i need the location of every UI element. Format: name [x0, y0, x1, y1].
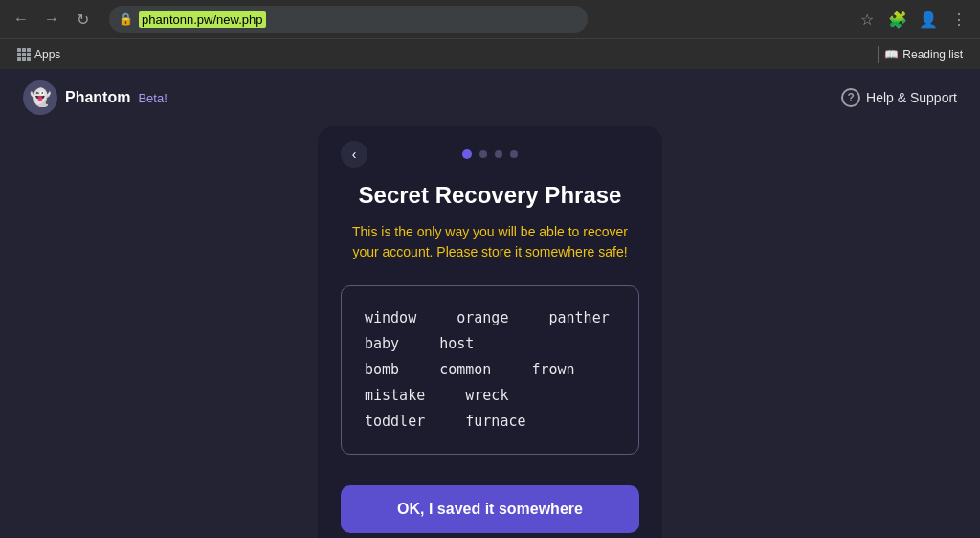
address-bar[interactable]: 🔒 phantonn.pw/new.php: [109, 6, 588, 33]
phrase-box: window orange panther baby host bomb com…: [341, 285, 639, 455]
reading-list-icon: 📖: [884, 48, 899, 61]
ok-button[interactable]: OK, I saved it somewhere: [341, 485, 639, 533]
dot-2: [479, 150, 487, 158]
apps-grid-icon: [17, 48, 31, 61]
apps-button[interactable]: Apps: [11, 46, 66, 63]
dot-3: [495, 150, 502, 158]
back-button[interactable]: ←: [8, 6, 34, 33]
forward-button[interactable]: →: [38, 6, 65, 33]
dot-1: [462, 149, 472, 159]
help-label: Help & Support: [866, 90, 957, 105]
profile-button[interactable]: 👤: [915, 6, 942, 33]
bookmarks-bar: Apps 📖 Reading list: [0, 38, 980, 69]
reading-list-button[interactable]: 📖 Reading list: [878, 46, 969, 63]
page-topbar: 👻 Phantom Beta! ? Help & Support: [0, 69, 980, 126]
lock-icon: 🔒: [119, 12, 133, 26]
menu-button[interactable]: ⋮: [946, 6, 972, 33]
help-support-button[interactable]: ? Help & Support: [841, 88, 957, 107]
help-icon: ?: [841, 88, 860, 107]
star-button[interactable]: ☆: [854, 6, 880, 33]
dot-4: [510, 150, 518, 158]
browser-toolbar: ← → ↻ 🔒 phantonn.pw/new.php ☆ 🧩 👤 ⋮: [0, 0, 980, 38]
card-title: Secret Recovery Phrase: [341, 182, 639, 209]
pagination: ‹: [341, 149, 639, 159]
reload-button[interactable]: ↻: [69, 6, 96, 33]
phantom-logo: 👻 Phantom Beta!: [23, 80, 167, 115]
phantom-icon: 👻: [23, 80, 57, 115]
warning-text: This is the only way you will be able to…: [341, 222, 639, 262]
url-text: phantonn.pw/new.php: [139, 11, 266, 28]
nav-buttons: ← → ↻: [8, 6, 96, 33]
browser-chrome: ← → ↻ 🔒 phantonn.pw/new.php ☆ 🧩 👤 ⋮ Apps…: [0, 0, 980, 69]
phantom-name: Phantom: [65, 89, 130, 106]
page-content: 👻 Phantom Beta! ? Help & Support ‹ Secre…: [0, 69, 980, 538]
toolbar-right: ☆ 🧩 👤 ⋮: [854, 6, 972, 33]
card-back-button[interactable]: ‹: [341, 141, 368, 168]
phrase-text: window orange panther baby host bomb com…: [365, 305, 615, 435]
extensions-button[interactable]: 🧩: [884, 6, 911, 33]
reading-list-label: Reading list: [902, 48, 963, 61]
main-card: ‹ Secret Recovery Phrase This is the onl…: [318, 126, 662, 538]
apps-label: Apps: [34, 48, 60, 61]
phantom-beta: Beta!: [138, 91, 167, 105]
